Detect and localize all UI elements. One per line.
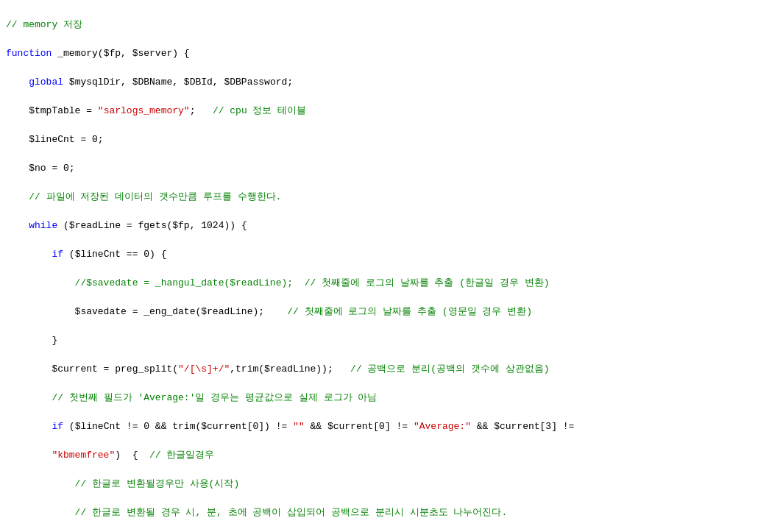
code-text: $tmpTable = [6, 105, 98, 116]
code-line-18: // 한글로 변환될 경우 시, 분, 초에 공백이 삽입되어 공백으로 분리시… [6, 506, 777, 520]
comment: // 한글로 변환될경우만 사용(시작) [6, 478, 239, 489]
code-text: ($readLine = fgets($fp, 1024)) { [57, 220, 247, 231]
code-text: && $current[3] != [471, 421, 574, 432]
code-text: $savedate = _eng_date($readLine); [6, 306, 287, 317]
code-line-5: $lineCnt = 0; [6, 132, 777, 147]
string: "/[\s]+/" [178, 363, 230, 375]
code-text [6, 77, 29, 88]
code-text: $lineCnt = 0; [6, 134, 104, 145]
keyword-global: global [29, 77, 63, 88]
code-line-8: while ($readLine = fgets($fp, 1024)) { [6, 219, 777, 233]
string: "" [293, 421, 305, 432]
code-text [6, 421, 52, 432]
keyword-if: if [52, 249, 63, 260]
string: "kbmemfree" [6, 450, 115, 461]
code-text: ($lineCnt == 0) { [63, 249, 166, 260]
code-container: // memory 저장 function _memory($fp, $serv… [0, 0, 783, 532]
keyword-function: function [6, 48, 52, 59]
code-line-10: //$savedate = _hangul_date($readLine); /… [6, 276, 777, 291]
keyword-if: if [52, 421, 63, 432]
comment: // 첫째줄에 로그의 날짜를 추출 (영문일 경우 변환) [287, 306, 532, 317]
code-line-2: function _memory($fp, $server) { [6, 46, 777, 61]
code-line-16: "kbmemfree") { // 한글일경우 [6, 448, 777, 463]
code-line-11: $savedate = _eng_date($readLine); // 첫째줄… [6, 305, 777, 319]
comment: // 파일에 저장된 데이터의 갯수만큼 루프를 수행한다. [6, 191, 281, 202]
code-line-3: global $mysqlDir, $DBName, $DBId, $DBPas… [6, 75, 777, 90]
keyword-while: while [29, 220, 57, 231]
code-text: _memory($fp, $server) { [52, 48, 189, 59]
code-line-6: $no = 0; [6, 161, 777, 176]
code-text: $current = preg_split( [6, 363, 178, 375]
code-line-7: // 파일에 저장된 데이터의 갯수만큼 루프를 수행한다. [6, 190, 777, 205]
code-line-15: if ($lineCnt != 0 && trim($current[0]) !… [6, 419, 777, 434]
code-text: $no = 0; [6, 163, 75, 174]
code-line-4: $tmpTable = "sarlogs_memory"; // cpu 정보 … [6, 104, 777, 118]
code-text: && $current[0] != [305, 421, 414, 432]
code-line-12: } [6, 333, 777, 348]
comment: // 한글일경우 [149, 450, 214, 461]
code-line-14: // 첫번째 필드가 'Average:'일 경우는 평균값으로 실제 로그가 … [6, 391, 777, 405]
code-line-17: // 한글로 변환될경우만 사용(시작) [6, 477, 777, 492]
string: "sarlogs_memory" [98, 105, 190, 116]
code-text: $mysqlDir, $DBName, $DBId, $DBPassword; [63, 77, 293, 88]
comment: // memory 저장 [6, 19, 82, 30]
code-line-9: if ($lineCnt == 0) { [6, 247, 777, 262]
code-text: ,trim($readLine)); [230, 363, 350, 375]
code-text: ) { [115, 450, 149, 461]
code-text: ; [190, 105, 213, 116]
comment: // 공백으로 분리(공백의 갯수에 상관없음) [350, 363, 549, 375]
code-text: } [6, 335, 57, 346]
comment: // cpu 정보 테이블 [213, 105, 306, 116]
string: "Average:" [414, 421, 471, 432]
comment: //$savedate = _hangul_date($readLine); /… [6, 277, 549, 288]
code-text [6, 220, 29, 231]
code-text: ($lineCnt != 0 && trim($current[0]) != [63, 421, 293, 432]
comment: // 한글로 변환될 경우 시, 분, 초에 공백이 삽입되어 공백으로 분리시… [6, 507, 507, 518]
code-text [6, 249, 52, 260]
code-line-13: $current = preg_split("/[\s]+/",trim($re… [6, 362, 777, 377]
code-line-1: // memory 저장 [6, 18, 777, 32]
comment: // 첫번째 필드가 'Average:'일 경우는 평균값으로 실제 로그가 … [6, 392, 377, 403]
